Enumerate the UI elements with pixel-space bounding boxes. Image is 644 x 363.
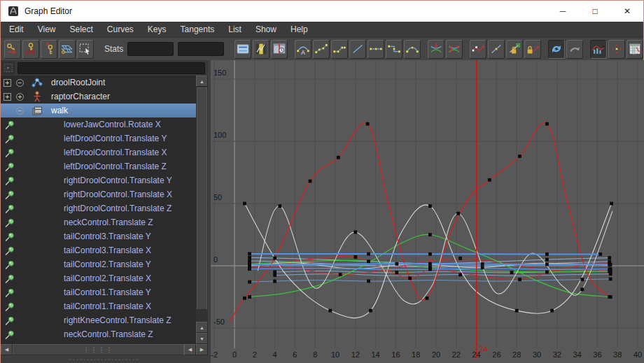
menu-show[interactable]: Show bbox=[248, 22, 284, 36]
keyframe-marker[interactable] bbox=[488, 178, 491, 182]
channel-row[interactable]: tailControl1.Translate X bbox=[1, 299, 196, 313]
keyframe-marker[interactable] bbox=[608, 256, 611, 259]
keyframe-marker[interactable] bbox=[367, 280, 370, 283]
keyframe-marker[interactable] bbox=[458, 273, 462, 276]
keyframe-marker[interactable] bbox=[458, 257, 462, 260]
tree-horizontal-scrollbar[interactable]: ◀ ⋮⋮⋮⋮ ◀ ▶ bbox=[1, 344, 208, 355]
keyframe-marker[interactable] bbox=[515, 309, 519, 313]
lock-key-time-button[interactable] bbox=[524, 40, 541, 59]
channel-row[interactable]: rightDroolControl.Translate Z bbox=[1, 201, 196, 215]
keyframe-marker[interactable] bbox=[545, 263, 549, 266]
menu-select[interactable]: Select bbox=[62, 22, 99, 36]
menu-help[interactable]: Help bbox=[284, 22, 315, 36]
keyframe-marker[interactable] bbox=[428, 204, 432, 208]
menu-tangents[interactable]: Tangents bbox=[174, 22, 222, 36]
expand-plus-icon[interactable]: + bbox=[4, 93, 11, 101]
keyframe-marker[interactable] bbox=[609, 263, 612, 266]
menu-list[interactable]: List bbox=[221, 22, 248, 36]
keyframe-marker[interactable] bbox=[339, 273, 342, 276]
keyframe-marker[interactable] bbox=[609, 278, 612, 281]
spline-tangent-button[interactable] bbox=[313, 40, 330, 59]
keyframe-marker[interactable] bbox=[369, 309, 372, 313]
channel-row[interactable]: tailControl2.Translate X bbox=[1, 271, 196, 285]
keyframe-marker[interactable] bbox=[395, 271, 398, 274]
channel-row[interactable]: tailControl2.Translate Y bbox=[1, 257, 196, 271]
keyframe-marker[interactable] bbox=[273, 280, 276, 283]
channel-row[interactable]: neckControl.Translate Z bbox=[1, 215, 196, 229]
expand-plus-icon[interactable]: + bbox=[4, 79, 11, 87]
flat-tangent-button[interactable] bbox=[368, 40, 384, 59]
keyframe-marker[interactable] bbox=[273, 257, 276, 260]
keyframe-marker[interactable] bbox=[273, 273, 276, 277]
keyframe-marker[interactable] bbox=[518, 155, 522, 158]
animation-curves-plot[interactable]: 24150100500-50-2024681012141618202224262… bbox=[211, 60, 644, 363]
keyframe-marker[interactable] bbox=[456, 212, 460, 215]
horizontal-scroll-thumb[interactable]: ⋮⋮⋮⋮ bbox=[13, 344, 184, 355]
channel-row[interactable]: lowerJawControl.Rotate X bbox=[1, 118, 196, 131]
keyframe-marker[interactable] bbox=[510, 271, 514, 274]
auto-tangent-button[interactable]: A bbox=[295, 40, 312, 59]
scroll-left-button[interactable]: ◀ bbox=[1, 344, 13, 355]
move-nearest-key-tool-button[interactable] bbox=[4, 40, 21, 59]
channel-row[interactable]: leftDroolControl.Translate Y bbox=[1, 131, 196, 145]
scroll-right-button[interactable]: ▶ bbox=[196, 344, 208, 355]
filter-icon[interactable] bbox=[2, 62, 15, 74]
keyframe-marker[interactable] bbox=[248, 280, 251, 284]
keyframe-marker[interactable] bbox=[248, 256, 251, 259]
channel-row[interactable]: neckControl.Translate Z bbox=[1, 327, 196, 341]
keyframe-marker[interactable] bbox=[248, 267, 251, 271]
tree-node-droolRootJoint[interactable]: +− droolRootJoint bbox=[1, 76, 196, 90]
channel-row[interactable]: leftDroolControl.Translate X bbox=[1, 145, 196, 159]
lattice-deform-keys-tool-button[interactable] bbox=[59, 40, 76, 59]
keyframe-marker[interactable] bbox=[481, 262, 484, 266]
expand-plus-icon[interactable]: + bbox=[16, 93, 24, 101]
stats-field-1[interactable] bbox=[127, 42, 174, 56]
keyframe-marker[interactable] bbox=[545, 258, 549, 262]
keyframe-marker[interactable] bbox=[273, 271, 276, 274]
scroll-up-button-2[interactable]: ▲ bbox=[196, 322, 208, 333]
channel-row[interactable]: tailControl3.Translate X bbox=[1, 243, 196, 257]
channel-row[interactable]: rightDroolControl.Translate X bbox=[1, 187, 196, 201]
clamped-tangent-button[interactable] bbox=[331, 40, 348, 59]
keyframe-marker[interactable] bbox=[545, 122, 549, 126]
channel-row[interactable]: tailControl3.Translate Y bbox=[1, 229, 196, 243]
keyframe-marker[interactable] bbox=[580, 278, 584, 281]
close-button[interactable]: ✕ bbox=[611, 1, 643, 22]
free-tangent-weight-button[interactable] bbox=[470, 40, 486, 59]
keyframe-marker[interactable] bbox=[426, 297, 429, 300]
add-keys-tool-button[interactable] bbox=[41, 40, 57, 59]
collapse-minus-icon[interactable]: − bbox=[16, 107, 24, 115]
spreadsheet-view-button[interactable] bbox=[626, 40, 643, 59]
center-current-time-button[interactable] bbox=[271, 40, 288, 59]
scroll-left-button-2[interactable]: ◀ bbox=[184, 344, 196, 355]
tree-node-raptorCharacter[interactable]: ++ raptorCharacter bbox=[1, 90, 196, 104]
keyframe-marker[interactable] bbox=[598, 252, 602, 256]
keyframe-marker[interactable] bbox=[354, 231, 357, 234]
value-snap-button[interactable] bbox=[608, 40, 625, 59]
step-tangent-button[interactable] bbox=[386, 40, 402, 59]
scroll-down-button[interactable]: ▼ bbox=[196, 333, 208, 344]
keyframe-marker[interactable] bbox=[545, 271, 549, 274]
keyframe-marker[interactable] bbox=[609, 267, 612, 271]
scroll-up-button[interactable]: ▲ bbox=[196, 76, 208, 87]
keyframe-marker[interactable] bbox=[278, 204, 281, 208]
pre-infinity-cycle-button[interactable] bbox=[548, 40, 565, 59]
keyframe-marker[interactable] bbox=[608, 295, 611, 299]
graph-view[interactable]: 24150100500-50-2024681012141618202224262… bbox=[211, 60, 644, 363]
time-snap-button[interactable] bbox=[590, 40, 607, 59]
keyframe-marker[interactable] bbox=[545, 252, 549, 256]
tree-vertical-scrollbar[interactable]: ▲ ▲ ▼ bbox=[196, 76, 208, 344]
keyframe-marker[interactable] bbox=[367, 259, 370, 263]
menu-edit[interactable]: Edit bbox=[2, 22, 31, 36]
channel-row[interactable]: tailControl1.Translate Y bbox=[1, 285, 196, 299]
keyframe-marker[interactable] bbox=[248, 263, 251, 266]
unify-tangents-button[interactable] bbox=[446, 40, 463, 59]
panel-resize-grip[interactable]: ···················· bbox=[1, 355, 208, 363]
menu-view[interactable]: View bbox=[31, 22, 63, 36]
region-select-tool-button[interactable] bbox=[77, 40, 94, 59]
insert-keys-tool-button[interactable] bbox=[22, 40, 39, 59]
lock-key-value-button[interactable] bbox=[506, 40, 523, 59]
stats-field-2[interactable] bbox=[178, 42, 224, 56]
frame-playback-range-button[interactable] bbox=[234, 40, 251, 59]
keyframe-marker[interactable] bbox=[518, 278, 522, 281]
